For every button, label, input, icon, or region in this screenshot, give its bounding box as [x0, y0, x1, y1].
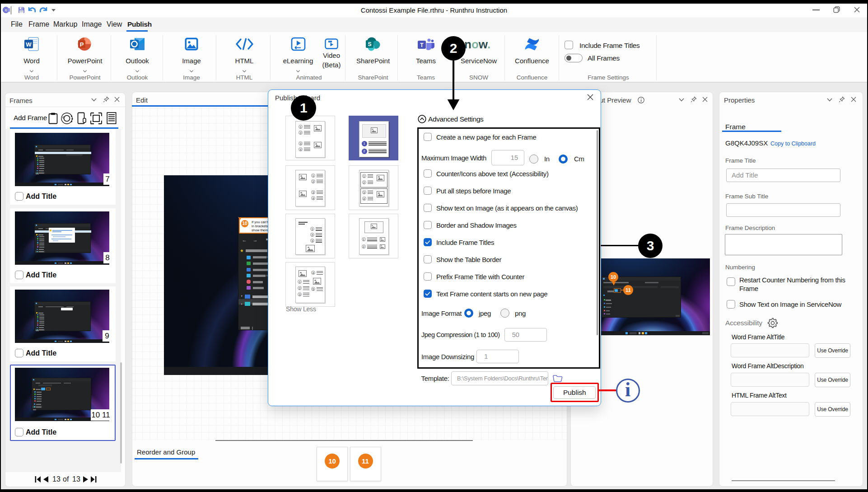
svg-text:P: P: [80, 41, 84, 48]
svg-text:W: W: [26, 41, 32, 48]
svg-text:S: S: [368, 41, 371, 47]
svg-text:T: T: [420, 42, 424, 48]
